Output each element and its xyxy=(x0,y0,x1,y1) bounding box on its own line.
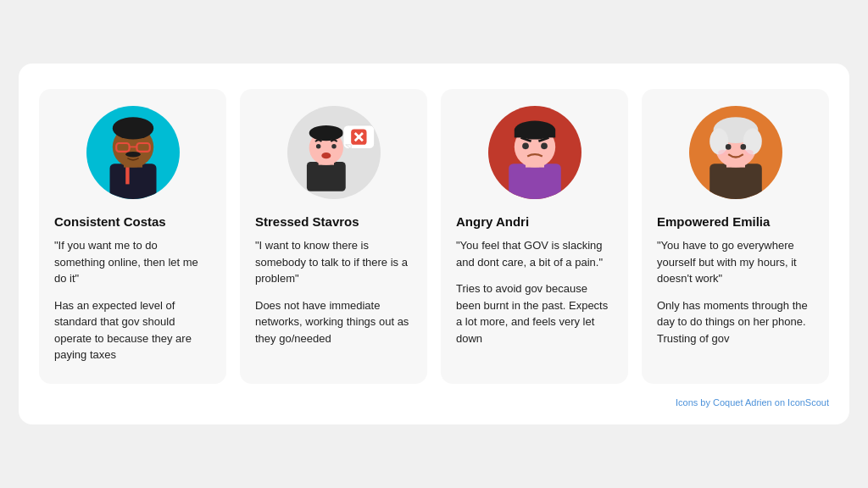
svg-point-8 xyxy=(125,152,141,158)
card-andri: Angry Andri "You feel that GOV is slacki… xyxy=(441,89,628,384)
svg-point-28 xyxy=(522,143,529,150)
svg-point-14 xyxy=(315,144,320,149)
card-name-emilia: Empowered Emilia xyxy=(657,214,770,229)
svg-rect-25 xyxy=(514,130,554,138)
svg-rect-9 xyxy=(306,162,345,191)
svg-point-15 xyxy=(331,144,337,149)
svg-point-36 xyxy=(725,144,731,150)
svg-point-13 xyxy=(321,152,331,158)
cards-container: Consistent Costas "If you want me to do … xyxy=(39,89,829,384)
card-description-emilia: Only has moments through the day to do t… xyxy=(657,297,814,347)
svg-rect-0 xyxy=(109,164,156,199)
card-stavros: Stressed Stavros "I want to know there i… xyxy=(240,89,427,384)
card-name-stavros: Stressed Stavros xyxy=(255,214,359,229)
avatar-costas xyxy=(86,106,180,199)
card-costas: Consistent Costas "If you want me to do … xyxy=(39,89,226,384)
card-name-andri: Angry Andri xyxy=(456,214,529,229)
svg-point-12 xyxy=(309,125,342,141)
avatar-emilia xyxy=(689,106,782,199)
card-description-stavros: Does not have immediate networks, workin… xyxy=(255,297,412,347)
footer-credit: Icons by Coquet Adrien on IconScout xyxy=(39,397,829,408)
card-emilia: Empowered Emilia "You have to go everywh… xyxy=(642,89,829,384)
page-wrapper: Consistent Costas "If you want me to do … xyxy=(19,64,849,424)
card-quote-stavros: "I want to know there is somebody to tal… xyxy=(255,237,412,287)
avatar-andri xyxy=(488,106,581,199)
card-description-andri: Tries to avoid gov because been burnt in… xyxy=(456,280,613,347)
svg-rect-21 xyxy=(509,164,561,199)
svg-point-39 xyxy=(743,150,753,156)
avatar-stavros xyxy=(287,106,381,199)
card-quote-emilia: "You have to go everywhere yourself but … xyxy=(657,237,814,287)
svg-point-29 xyxy=(541,143,548,150)
card-name-costas: Consistent Costas xyxy=(54,214,166,229)
card-quote-andri: "You feel that GOV is slacking and dont … xyxy=(456,237,613,270)
card-quote-costas: "If you want me to do something online, … xyxy=(54,237,211,287)
svg-rect-30 xyxy=(709,164,762,199)
svg-point-4 xyxy=(112,117,153,139)
svg-point-38 xyxy=(718,150,727,156)
svg-point-37 xyxy=(740,144,746,150)
card-description-costas: Has an expected level of standard that g… xyxy=(54,297,211,363)
